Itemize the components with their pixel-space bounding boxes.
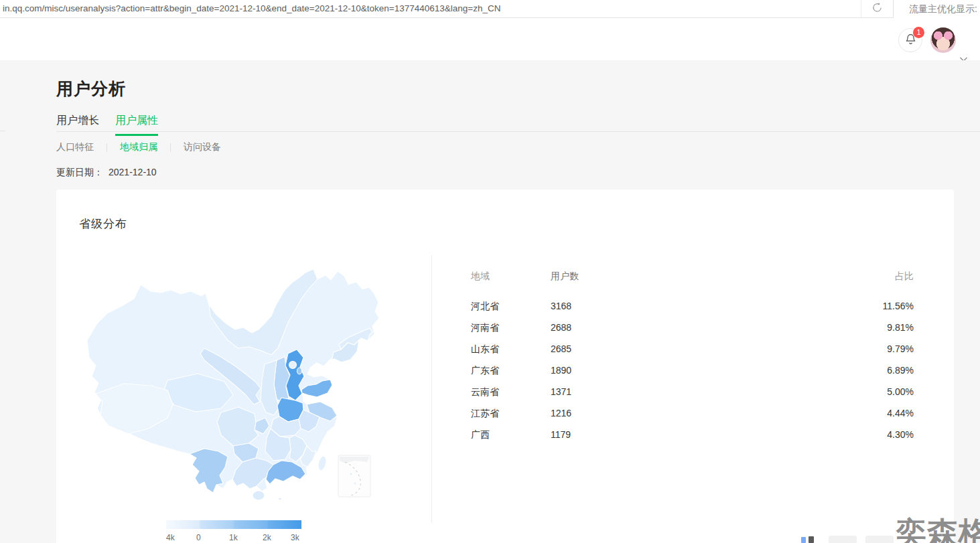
update-date-value: 2021-12-10 — [109, 167, 157, 179]
region-table: 地域 用户数 占比 河北省 3168 11.56% 河南省 2688 9.81% — [471, 270, 914, 445]
cell-share: 6.89% — [833, 360, 914, 381]
cell-share: 9.79% — [833, 338, 914, 360]
table-row[interactable]: 云南省 1371 5.00% — [471, 381, 914, 402]
subtab[interactable]: 人口特征 — [56, 141, 94, 153]
cell-users: 1890 — [551, 360, 833, 381]
cell-region: 山东省 — [471, 338, 551, 360]
cell-share: 4.30% — [833, 424, 914, 445]
cell-region: 广西 — [471, 424, 551, 445]
cell-users: 3168 — [551, 295, 833, 317]
screen: in.qq.com/misc/useranalysis?action=attr&… — [0, 0, 980, 543]
tab[interactable]: 用户属性 — [115, 114, 158, 136]
table-row[interactable]: 山东省 2685 9.79% — [471, 338, 914, 360]
card-title: 省级分布 — [79, 216, 127, 232]
left-edge-divider-stub — [0, 131, 5, 131]
notification-badge: 1 — [913, 27, 924, 38]
table-row[interactable]: 河南省 2688 9.81% — [471, 317, 914, 338]
subtab[interactable]: 访问设备 — [157, 141, 221, 153]
update-date-row: 更新日期： 2021-12-10 — [56, 167, 157, 179]
tab[interactable]: 用户增长 — [56, 114, 99, 136]
cell-share: 5.00% — [833, 381, 914, 402]
table-row[interactable]: 广西 1179 4.30% — [471, 424, 914, 445]
cell-region: 广东省 — [471, 360, 551, 381]
cell-region: 河北省 — [471, 295, 551, 317]
avatar[interactable] — [930, 27, 956, 53]
tabs-divider — [56, 131, 980, 132]
legend-tick: 4k — [166, 533, 175, 542]
table-row[interactable]: 河北省 3168 11.56% — [471, 295, 914, 317]
cell-region: 江苏省 — [471, 402, 551, 424]
map-beijing — [289, 362, 297, 369]
cell-region: 云南省 — [471, 381, 551, 402]
province-distribution-card: 省级分布 — [56, 189, 954, 543]
header-users: 用户数 — [551, 270, 833, 282]
map-legend: 0 1k 2k 3k 4k — [166, 520, 301, 543]
pagination-fragment-icon[interactable] — [801, 537, 806, 543]
cell-users: 1371 — [551, 381, 833, 402]
pagination-next-button-fragment[interactable] — [865, 536, 894, 543]
legend-ticks: 0 1k 2k 3k 4k — [166, 533, 301, 543]
cell-users: 1179 — [551, 424, 833, 445]
refresh-button[interactable] — [861, 0, 893, 17]
china-choropleth-map[interactable] — [67, 253, 435, 534]
cell-users: 2685 — [551, 338, 833, 360]
cell-share: 9.81% — [833, 317, 914, 338]
map-taiwan — [317, 455, 328, 471]
page-title: 用户分析 — [56, 78, 126, 100]
table-body: 河北省 3168 11.56% 河南省 2688 9.81% 山东省 2685 … — [471, 295, 914, 445]
traffic-optimize-note[interactable]: 流量主优化显示: — [909, 0, 977, 18]
map-hainan — [253, 491, 265, 500]
pagination-prev-button-fragment[interactable] — [829, 536, 857, 543]
table-header-row: 地域 用户数 占比 — [471, 270, 914, 282]
subtab[interactable]: 地域归属 — [94, 141, 157, 153]
chevron-down-icon[interactable] — [959, 53, 968, 59]
cell-share: 11.56% — [833, 295, 914, 317]
cell-users: 2688 — [551, 317, 833, 338]
legend-gradient-bar — [166, 520, 301, 529]
subtab-bar: 人口特征 地域归属 访问设备 — [56, 141, 221, 153]
cell-users: 1216 — [551, 402, 833, 424]
cell-share: 4.44% — [833, 402, 914, 424]
legend-tick: 3k — [291, 533, 299, 542]
cell-region: 河南省 — [471, 317, 551, 338]
url-bar[interactable]: in.qq.com/misc/useranalysis?action=attr&… — [0, 0, 894, 18]
legend-tick: 2k — [263, 533, 271, 542]
refresh-icon — [871, 2, 883, 16]
url-text[interactable]: in.qq.com/misc/useranalysis?action=attr&… — [3, 0, 827, 17]
map-tianjin — [297, 368, 302, 374]
legend-tick: 0 — [196, 533, 201, 542]
map-islet — [279, 497, 281, 499]
header-region: 地域 — [471, 270, 551, 282]
map-inset-south-china-sea — [338, 455, 370, 497]
legend-tick: 1k — [229, 533, 238, 542]
table-row[interactable]: 江苏省 1216 4.44% — [471, 402, 914, 424]
app-header: 1 — [0, 18, 980, 60]
watermark-text: 奕森格 — [896, 513, 980, 543]
tab-bar: 用户增长 用户属性 — [56, 114, 158, 136]
table-row[interactable]: 广东省 1890 6.89% — [471, 360, 914, 381]
pagination-fragment-text — [809, 536, 814, 543]
header-share: 占比 — [833, 270, 914, 282]
update-date-label: 更新日期： — [56, 167, 103, 179]
